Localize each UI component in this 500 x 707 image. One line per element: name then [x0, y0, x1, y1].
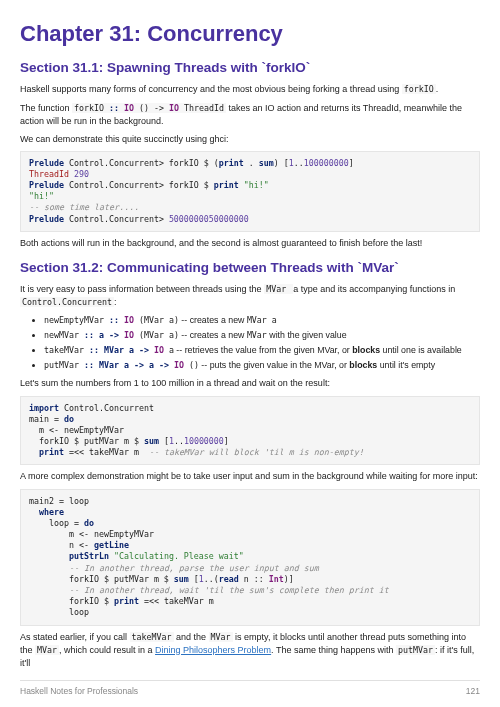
paragraph: It is very easy to pass information betw…: [20, 283, 480, 309]
inline-code: putMVar: [396, 645, 435, 655]
paragraph: As stated earlier, if you call takeMVar …: [20, 631, 480, 670]
inline-code: takeMVar: [130, 632, 174, 642]
paragraph: Let's sum the numbers from 1 to 100 mill…: [20, 377, 480, 390]
dining-philosophers-link[interactable]: Dining Philosophers Problem: [155, 645, 271, 655]
code-block-loop: main2 = loop where loop = do m <- newEmp…: [20, 489, 480, 626]
paragraph: We can demonstrate this quite succinctly…: [20, 133, 480, 146]
page-footer: Haskell Notes for Professionals 121: [20, 680, 480, 697]
list-item: newEmptyMVar :: IO (MVar a) -- creates a…: [44, 314, 480, 327]
chapter-title: Chapter 31: Concurrency: [20, 18, 480, 50]
inline-code: MVar: [264, 284, 293, 294]
list-item: newMVar :: a -> IO (MVar a) -- creates a…: [44, 329, 480, 342]
paragraph: The function forkIO :: IO () -> IO Threa…: [20, 102, 480, 128]
paragraph: Both actions will run in the background,…: [20, 237, 480, 250]
code-block-mvar-sum: import Control.Concurrent main = do m <-…: [20, 396, 480, 466]
section-2-title: Section 31.2: Communicating between Thre…: [20, 258, 480, 278]
footer-title: Haskell Notes for Professionals: [20, 685, 138, 697]
code-block-ghci: Prelude Control.Concurrent> forkIO $ (pr…: [20, 151, 480, 232]
footer-page-number: 121: [466, 685, 480, 697]
bullet-list: newEmptyMVar :: IO (MVar a) -- creates a…: [20, 314, 480, 371]
paragraph: Haskell supports many forms of concurren…: [20, 83, 480, 96]
inline-code: MVar: [209, 632, 233, 642]
list-item: takeMVar :: MVar a -> IO a -- retrieves …: [44, 344, 480, 357]
paragraph: A more complex demonstration might be to…: [20, 470, 480, 483]
inline-code: MVar: [35, 645, 59, 655]
section-1-title: Section 31.1: Spawning Threads with `for…: [20, 58, 480, 78]
inline-code: Control.Concurrent: [20, 297, 114, 307]
list-item: putMVar :: MVar a -> a -> IO () -- puts …: [44, 359, 480, 372]
inline-code: forkIO :: IO () -> IO ThreadId: [72, 103, 226, 113]
inline-code: forkIO: [402, 84, 436, 94]
